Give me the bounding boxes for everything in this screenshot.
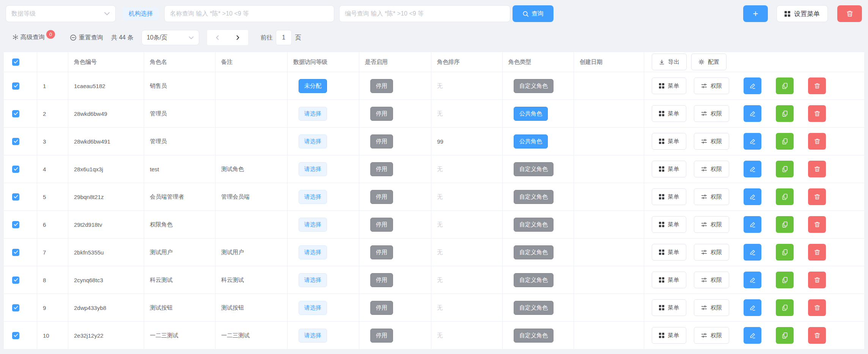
row-delete-button[interactable] bbox=[808, 272, 826, 288]
row-permission-button[interactable]: 权限 bbox=[694, 244, 729, 261]
enabled-badge[interactable]: 停用 bbox=[370, 107, 393, 121]
row-delete-button[interactable] bbox=[808, 161, 826, 177]
enabled-badge[interactable]: 停用 bbox=[370, 273, 393, 287]
row-delete-button[interactable] bbox=[808, 133, 826, 150]
row-permission-button[interactable]: 权限 bbox=[694, 216, 729, 233]
row-menu-button[interactable]: 菜单 bbox=[652, 161, 686, 177]
access-level-badge[interactable]: 未分配 bbox=[299, 79, 327, 93]
row-checkbox[interactable] bbox=[12, 138, 19, 145]
row-checkbox[interactable] bbox=[12, 166, 19, 173]
enabled-badge[interactable]: 停用 bbox=[370, 218, 393, 232]
role-type-badge[interactable]: 公共角色 bbox=[514, 107, 548, 121]
row-copy-button[interactable] bbox=[776, 272, 794, 288]
row-menu-button[interactable]: 菜单 bbox=[652, 105, 686, 122]
row-edit-button[interactable] bbox=[744, 216, 761, 233]
enabled-badge[interactable]: 停用 bbox=[370, 245, 393, 259]
role-type-badge[interactable]: 自定义角色 bbox=[514, 301, 554, 315]
row-menu-button[interactable]: 菜单 bbox=[652, 77, 686, 94]
row-edit-button[interactable] bbox=[744, 77, 761, 94]
row-checkbox[interactable] bbox=[12, 249, 19, 256]
row-edit-button[interactable] bbox=[744, 299, 761, 316]
role-type-badge[interactable]: 自定义角色 bbox=[514, 79, 554, 93]
row-checkbox[interactable] bbox=[12, 332, 19, 339]
row-edit-button[interactable] bbox=[744, 244, 761, 261]
access-level-badge[interactable]: 请选择 bbox=[299, 162, 327, 176]
enabled-badge[interactable]: 停用 bbox=[370, 329, 393, 343]
row-copy-button[interactable] bbox=[776, 105, 794, 122]
row-checkbox[interactable] bbox=[12, 82, 19, 90]
access-level-badge[interactable]: 请选择 bbox=[299, 134, 327, 149]
access-level-badge[interactable]: 请选择 bbox=[299, 107, 327, 121]
batch-delete-button[interactable] bbox=[837, 5, 862, 22]
row-edit-button[interactable] bbox=[744, 272, 761, 288]
row-delete-button[interactable] bbox=[808, 105, 826, 122]
settings-menu-button[interactable]: 设置菜单 bbox=[777, 5, 828, 22]
row-copy-button[interactable] bbox=[776, 77, 794, 94]
access-level-badge[interactable]: 请选择 bbox=[299, 301, 327, 315]
goto-page-input[interactable] bbox=[276, 30, 292, 45]
page-size-select[interactable]: 10条/页 bbox=[142, 30, 199, 45]
row-permission-button[interactable]: 权限 bbox=[694, 105, 729, 122]
row-copy-button[interactable] bbox=[776, 244, 794, 261]
enabled-badge[interactable]: 停用 bbox=[370, 190, 393, 204]
role-type-badge[interactable]: 自定义角色 bbox=[514, 162, 554, 176]
add-button[interactable]: + bbox=[743, 5, 768, 22]
prev-page-button[interactable] bbox=[207, 30, 228, 45]
next-page-button[interactable] bbox=[228, 30, 248, 45]
role-type-badge[interactable]: 自定义角色 bbox=[514, 329, 554, 343]
config-button[interactable]: 配置 bbox=[691, 54, 726, 70]
row-checkbox[interactable] bbox=[12, 221, 19, 228]
access-level-badge[interactable]: 请选择 bbox=[299, 329, 327, 343]
row-delete-button[interactable] bbox=[808, 216, 826, 233]
row-edit-button[interactable] bbox=[744, 188, 761, 205]
row-copy-button[interactable] bbox=[776, 327, 794, 344]
access-level-badge[interactable]: 请选择 bbox=[299, 218, 327, 232]
row-copy-button[interactable] bbox=[776, 188, 794, 205]
row-permission-button[interactable]: 权限 bbox=[694, 188, 729, 205]
row-menu-button[interactable]: 菜单 bbox=[652, 299, 686, 316]
role-type-badge[interactable]: 自定义角色 bbox=[514, 218, 554, 232]
row-delete-button[interactable] bbox=[808, 77, 826, 94]
row-checkbox[interactable] bbox=[12, 193, 19, 201]
row-copy-button[interactable] bbox=[776, 133, 794, 150]
row-menu-button[interactable]: 菜单 bbox=[652, 216, 686, 233]
row-menu-button[interactable]: 菜单 bbox=[652, 188, 686, 205]
access-level-badge[interactable]: 请选择 bbox=[299, 245, 327, 259]
org-select-button[interactable]: 机构选择 bbox=[123, 7, 159, 20]
access-level-badge[interactable]: 请选择 bbox=[299, 190, 327, 204]
row-permission-button[interactable]: 权限 bbox=[694, 77, 729, 94]
row-delete-button[interactable] bbox=[808, 299, 826, 316]
enabled-badge[interactable]: 停用 bbox=[370, 162, 393, 176]
role-type-badge[interactable]: 公共角色 bbox=[514, 134, 548, 149]
row-delete-button[interactable] bbox=[808, 188, 826, 205]
row-checkbox[interactable] bbox=[12, 110, 19, 117]
row-delete-button[interactable] bbox=[808, 244, 826, 261]
enabled-badge[interactable]: 停用 bbox=[370, 301, 393, 315]
row-menu-button[interactable]: 菜单 bbox=[652, 327, 686, 344]
row-checkbox[interactable] bbox=[12, 304, 19, 311]
export-button[interactable]: 导出 bbox=[652, 54, 687, 70]
row-permission-button[interactable]: 权限 bbox=[694, 272, 729, 288]
row-copy-button[interactable] bbox=[776, 161, 794, 177]
select-all-checkbox[interactable] bbox=[12, 58, 19, 66]
row-edit-button[interactable] bbox=[744, 327, 761, 344]
row-edit-button[interactable] bbox=[744, 105, 761, 122]
row-menu-button[interactable]: 菜单 bbox=[652, 244, 686, 261]
role-type-badge[interactable]: 自定义角色 bbox=[514, 245, 554, 259]
row-copy-button[interactable] bbox=[776, 299, 794, 316]
role-type-badge[interactable]: 自定义角色 bbox=[514, 273, 554, 287]
code-search-input[interactable] bbox=[339, 5, 510, 22]
row-permission-button[interactable]: 权限 bbox=[694, 161, 729, 177]
row-checkbox[interactable] bbox=[12, 277, 19, 284]
access-level-badge[interactable]: 请选择 bbox=[299, 273, 327, 287]
reset-query-button[interactable]: 重置查询 bbox=[70, 34, 103, 42]
search-button[interactable]: 查询 bbox=[513, 5, 554, 22]
role-type-badge[interactable]: 自定义角色 bbox=[514, 190, 554, 204]
row-menu-button[interactable]: 菜单 bbox=[652, 272, 686, 288]
name-search-input[interactable] bbox=[164, 5, 334, 22]
row-delete-button[interactable] bbox=[808, 327, 826, 344]
enabled-badge[interactable]: 停用 bbox=[370, 134, 393, 149]
row-edit-button[interactable] bbox=[744, 161, 761, 177]
row-copy-button[interactable] bbox=[776, 216, 794, 233]
row-menu-button[interactable]: 菜单 bbox=[652, 133, 686, 150]
